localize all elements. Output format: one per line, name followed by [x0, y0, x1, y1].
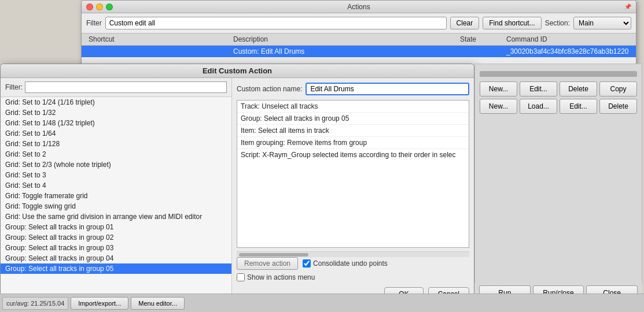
- list-item[interactable]: Grid: Set to 2: [1, 149, 231, 159]
- row-command-id: _30020b3af4c34bfc83e28c76ab3b1220: [504, 47, 631, 56]
- edit-custom-action-dialog: Edit Custom Action Filter: Grid: Set to …: [0, 64, 474, 306]
- left-panel: Filter: Grid: Set to 1/24 (1/16 triplet)…: [1, 78, 232, 306]
- edit-dialog-body: Filter: Grid: Set to 1/24 (1/16 triplet)…: [1, 78, 474, 306]
- row-description: Custom: Edit All Drums: [231, 47, 458, 56]
- step-item[interactable]: Script: X-Raym_Group selected items acco…: [237, 149, 469, 161]
- section-label: Section:: [545, 19, 570, 27]
- traffic-lights: [86, 3, 113, 10]
- sidebar-btn-row-2: New... Load... Edit... Delete: [480, 99, 637, 114]
- show-actions-checkbox[interactable]: [237, 273, 245, 281]
- left-filter-label: Filter:: [5, 83, 23, 91]
- list-item[interactable]: Grid: Set to 1/32: [1, 107, 231, 118]
- show-actions-row: Show in actions menu: [237, 273, 469, 281]
- delete-button-1[interactable]: Delete: [560, 81, 597, 96]
- list-item[interactable]: Grid: Set to 1/64: [1, 128, 231, 139]
- header-description: Description: [231, 35, 458, 44]
- find-shortcut-button[interactable]: Find shortcut...: [483, 17, 541, 29]
- consolidate-checkbox[interactable]: [303, 259, 311, 268]
- right-panel: Custom action name: Track: Unselect all …: [232, 78, 474, 306]
- load-button[interactable]: Load...: [520, 99, 557, 114]
- filter-input[interactable]: [105, 17, 447, 29]
- steps-scrollbar-thumb: [239, 253, 308, 257]
- remove-action-button[interactable]: Remove action: [237, 257, 298, 270]
- list-item[interactable]: Grid: Set to 3: [1, 170, 231, 180]
- steps-scrollbar[interactable]: [237, 251, 469, 257]
- action-list[interactable]: Grid: Set to 1/24 (1/16 triplet) Grid: S…: [1, 97, 231, 306]
- edit-dialog-titlebar: Edit Custom Action: [1, 64, 474, 78]
- actions-title: Actions: [347, 3, 370, 11]
- list-item[interactable]: Grid: Set to 2/3 (whole note triplet): [1, 159, 231, 170]
- actions-titlebar: Actions 📌: [82, 1, 636, 13]
- consolidate-label[interactable]: Consolidate undo points: [303, 259, 388, 268]
- step-item[interactable]: Item: Select all items in track: [237, 125, 469, 137]
- edit-dialog-title: Edit Custom Action: [203, 66, 272, 75]
- sidebar-btn-row-1: New... Edit... Delete Copy: [480, 81, 637, 96]
- header-command-id: Command ID: [504, 35, 631, 44]
- step-item[interactable]: Item grouping: Remove items from group: [237, 137, 469, 149]
- row-shortcut: [86, 47, 231, 56]
- new-button-1[interactable]: New...: [480, 81, 517, 96]
- edit-button-1[interactable]: Edit...: [520, 81, 557, 96]
- list-item[interactable]: Grid: Set to 4: [1, 180, 231, 191]
- section-select[interactable]: Main: [573, 17, 631, 29]
- list-item[interactable]: Grid: Use the same grid division in arra…: [1, 211, 231, 222]
- delete-button-2[interactable]: Delete: [599, 99, 637, 114]
- show-actions-label[interactable]: Show in actions menu: [237, 273, 315, 281]
- new-button-2[interactable]: New...: [480, 99, 517, 114]
- custom-name-input[interactable]: [306, 83, 469, 95]
- list-item[interactable]: Group: Select all tracks in group 03: [1, 243, 231, 253]
- actions-table-header: Shortcut Description State Command ID: [82, 33, 636, 46]
- list-item[interactable]: Grid: Set to 1/48 (1/32 triplet): [1, 118, 231, 128]
- header-state: State: [458, 35, 504, 44]
- step-item[interactable]: Group: Select all tracks in group 05: [237, 113, 469, 125]
- edit-button-2[interactable]: Edit...: [560, 99, 597, 114]
- copy-button[interactable]: Copy: [599, 81, 637, 96]
- list-item[interactable]: Grid: Set to 1/128: [1, 139, 231, 149]
- header-shortcut: Shortcut: [86, 35, 231, 44]
- list-item[interactable]: Grid: Toggle framerate grid: [1, 191, 231, 201]
- actions-filter-row: Filter Clear Find shortcut... Section: M…: [82, 13, 636, 33]
- custom-name-row: Custom action name:: [237, 83, 469, 95]
- status-box: cur/avg: 21.25/15.04: [2, 297, 68, 310]
- consolidate-text: Consolidate undo points: [313, 259, 388, 268]
- menu-editor-button[interactable]: Menu editor...: [131, 297, 185, 310]
- minimize-button[interactable]: [96, 3, 103, 10]
- list-item[interactable]: Group: Select all tracks in group 01: [1, 222, 231, 232]
- step-item[interactable]: Track: Unselect all tracks: [237, 101, 469, 113]
- selected-action-row[interactable]: Custom: Edit All Drums _30020b3af4c34bfc…: [82, 46, 636, 57]
- bottom-bar: cur/avg: 21.25/15.04 Import/export... Me…: [0, 294, 644, 312]
- remove-consolidate-row: Remove action Consolidate undo points: [237, 257, 469, 270]
- list-item selected[interactable]: Group: Select all tracks in group 05: [1, 263, 231, 274]
- pin-icon[interactable]: 📌: [624, 3, 631, 10]
- filter-label: Filter: [86, 19, 102, 27]
- right-sidebar: New... Edit... Delete Copy New... Load..…: [474, 64, 642, 306]
- left-filter-input[interactable]: [25, 81, 227, 93]
- maximize-button[interactable]: [106, 3, 113, 10]
- sidebar-scrollbar-thumb: [480, 71, 637, 77]
- import-export-button[interactable]: Import/export...: [71, 297, 128, 310]
- left-filter-row: Filter:: [1, 78, 231, 97]
- show-actions-text: Show in actions menu: [247, 273, 315, 281]
- list-item[interactable]: Grid: Set to 1/24 (1/16 triplet): [1, 97, 231, 107]
- list-item[interactable]: Group: Select all tracks in group 02: [1, 232, 231, 243]
- actions-window: Actions 📌 Filter Clear Find shortcut... …: [81, 0, 636, 69]
- clear-button[interactable]: Clear: [450, 17, 480, 29]
- custom-name-label: Custom action name:: [237, 85, 302, 93]
- sidebar-scrollbar[interactable]: [480, 71, 637, 77]
- list-item[interactable]: Group: Select all tracks in group 04: [1, 253, 231, 263]
- row-state: [458, 47, 504, 56]
- steps-list[interactable]: Track: Unselect all tracks Group: Select…: [237, 100, 469, 248]
- close-button[interactable]: [86, 3, 93, 10]
- list-item[interactable]: Grid: Toggle swing grid: [1, 201, 231, 211]
